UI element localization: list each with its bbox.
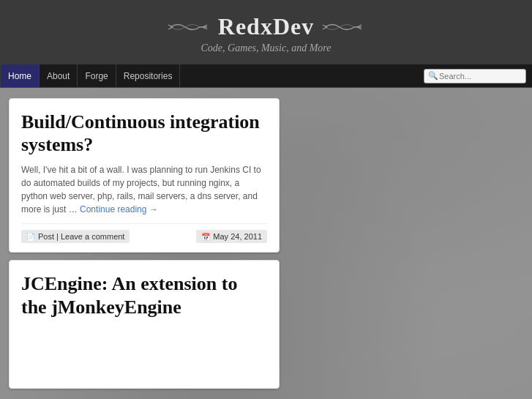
nav-items: Home About Forge Repositories [0, 64, 180, 87]
site-header: RedxDev Code, Games, Music, and More [0, 0, 532, 64]
site-title: RedxDev [218, 13, 314, 40]
calendar-icon: 📅 [201, 233, 210, 241]
main-content: Build/Continuous integration systems? We… [0, 88, 532, 399]
nav-bar: Home About Forge Repositories 🔍 [0, 64, 532, 88]
nav-search: 🔍 [424, 69, 526, 83]
post-title-2: JCEngine: An extension to the jMonkeyEng… [21, 272, 267, 318]
post-card-1: Build/Continuous integration systems? We… [9, 98, 280, 253]
continue-reading-link-1[interactable]: Continue reading → [80, 204, 158, 215]
site-tagline: Code, Games, Music, and More [7, 42, 525, 54]
document-icon: 📄 [26, 233, 35, 241]
post-date-1: May 24, 2011 [213, 232, 262, 241]
flame-left-icon [167, 19, 211, 35]
post-title-1: Build/Continuous integration systems? [21, 111, 267, 156]
post-category-comment-1[interactable]: Post | Leave a comment [38, 232, 124, 241]
post-footer-1: 📄 Post | Leave a comment 📅 May 24, 2011 [21, 223, 267, 243]
search-icon: 🔍 [428, 71, 438, 81]
posts-column: Build/Continuous integration systems? We… [9, 98, 280, 389]
sidebar-area [287, 98, 523, 389]
nav-item-about[interactable]: About [40, 64, 78, 87]
search-input[interactable] [424, 69, 526, 83]
post-excerpt-1: Well, I've hit a bit of a wall. I was pl… [21, 163, 267, 216]
post-card-2: JCEngine: An extension to the jMonkeyEng… [9, 260, 280, 389]
post-meta-right-1: 📅 May 24, 2011 [196, 230, 267, 243]
post-meta-left-1: 📄 Post | Leave a comment [21, 230, 130, 243]
nav-item-repositories[interactable]: Repositories [116, 64, 181, 87]
nav-item-forge[interactable]: Forge [78, 64, 116, 87]
page-wrapper: RedxDev Code, Games, Music, and More Hom… [0, 0, 532, 399]
nav-item-home[interactable]: Home [0, 64, 40, 87]
title-row: RedxDev [7, 13, 525, 40]
flame-right-icon [321, 19, 365, 35]
